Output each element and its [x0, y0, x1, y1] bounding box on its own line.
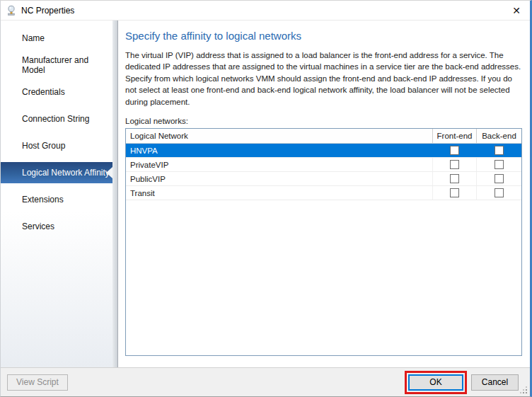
logical-network-name: PublicVIP	[126, 172, 432, 185]
window-title: NC Properties	[21, 6, 74, 16]
front-end-checkbox[interactable]	[450, 188, 459, 197]
back-end-checkbox[interactable]	[495, 188, 504, 197]
sidebar-item-manufacturer-and-model[interactable]: Manufacturer and Model	[1, 54, 112, 76]
description-text: The virtual IP (VIP) address that is ass…	[125, 50, 522, 108]
back-end-checkbox[interactable]	[495, 174, 504, 183]
sidebar-item-label: Credentials	[22, 87, 65, 97]
column-header-back-end[interactable]: Back-end	[476, 129, 521, 143]
sidebar-item-services[interactable]: Services	[1, 216, 112, 237]
close-icon: ✕	[512, 5, 521, 16]
sidebar-item-label: Manufacturer and Model	[22, 55, 112, 75]
content-pane: Specify the affinity to logical networks…	[118, 21, 530, 367]
sidebar-item-label: Name	[22, 33, 45, 43]
fe-cell	[432, 172, 476, 185]
sidebar-nav: NameManufacturer and ModelCredentialsCon…	[1, 21, 112, 367]
table-empty-area	[126, 200, 521, 355]
table-row[interactable]: Transit	[126, 186, 521, 200]
back-end-checkbox[interactable]	[495, 160, 504, 169]
table-header-row: Logical Network Front-end Back-end	[126, 129, 521, 144]
be-cell	[476, 186, 521, 200]
view-script-button[interactable]: View Script	[7, 374, 68, 391]
fe-cell	[432, 186, 476, 200]
sidebar-item-connection-string[interactable]: Connection String	[1, 108, 112, 130]
footer-bar: View Script OK Cancel	[1, 367, 530, 396]
logical-network-name: PrivateVIP	[126, 158, 432, 171]
annotation-rectangle: OK	[405, 371, 467, 394]
table-body: HNVPAPrivateVIPPublicVIPTransit	[126, 144, 521, 200]
column-header-logical-network[interactable]: Logical Network	[126, 129, 432, 143]
back-end-checkbox[interactable]	[495, 146, 504, 155]
load-balancer-icon	[6, 5, 17, 16]
page-title: Specify the affinity to logical networks	[125, 30, 522, 42]
dialog-body: NameManufacturer and ModelCredentialsCon…	[1, 21, 530, 367]
close-button[interactable]: ✕	[507, 2, 526, 19]
be-cell	[476, 144, 521, 157]
sidebar-item-label: Connection String	[22, 114, 89, 124]
logical-network-name: Transit	[126, 186, 432, 200]
sidebar-item-label: Extensions	[22, 195, 64, 205]
sidebar-item-label: Host Group	[22, 141, 65, 151]
sidebar-item-label: Services	[22, 221, 54, 231]
ok-button[interactable]: OK	[408, 374, 463, 391]
sidebar-splitter[interactable]	[112, 21, 118, 367]
table-row[interactable]: PrivateVIP	[126, 158, 521, 172]
front-end-checkbox[interactable]	[450, 174, 459, 183]
front-end-checkbox[interactable]	[450, 146, 459, 155]
title-bar: NC Properties ✕	[1, 1, 530, 21]
sidebar-item-label: Logical Network Affinity	[22, 168, 110, 178]
resize-grip-icon[interactable]	[519, 386, 528, 394]
fe-cell	[432, 144, 476, 157]
sidebar-item-name[interactable]: Name	[1, 28, 112, 49]
selected-item-arrow-icon	[106, 167, 112, 178]
footer-action-buttons: OK Cancel	[405, 371, 519, 394]
logical-networks-table: Logical Network Front-end Back-end HNVPA…	[125, 128, 522, 356]
sidebar-item-extensions[interactable]: Extensions	[1, 189, 112, 210]
logical-network-name: HNVPA	[126, 144, 432, 157]
cancel-button[interactable]: Cancel	[471, 374, 519, 391]
be-cell	[476, 172, 521, 185]
sidebar-item-credentials[interactable]: Credentials	[1, 81, 112, 103]
fe-cell	[432, 158, 476, 171]
column-header-front-end[interactable]: Front-end	[432, 129, 476, 143]
table-row[interactable]: HNVPA	[126, 144, 521, 158]
nc-properties-dialog: NC Properties ✕ NameManufacturer and Mod…	[0, 0, 532, 397]
logical-networks-label: Logical networks:	[125, 117, 522, 125]
front-end-checkbox[interactable]	[450, 160, 459, 169]
sidebar-item-logical-network-affinity[interactable]: Logical Network Affinity	[1, 162, 112, 183]
table-row[interactable]: PublicVIP	[126, 172, 521, 186]
be-cell	[476, 158, 521, 171]
sidebar-item-host-group[interactable]: Host Group	[1, 135, 112, 156]
